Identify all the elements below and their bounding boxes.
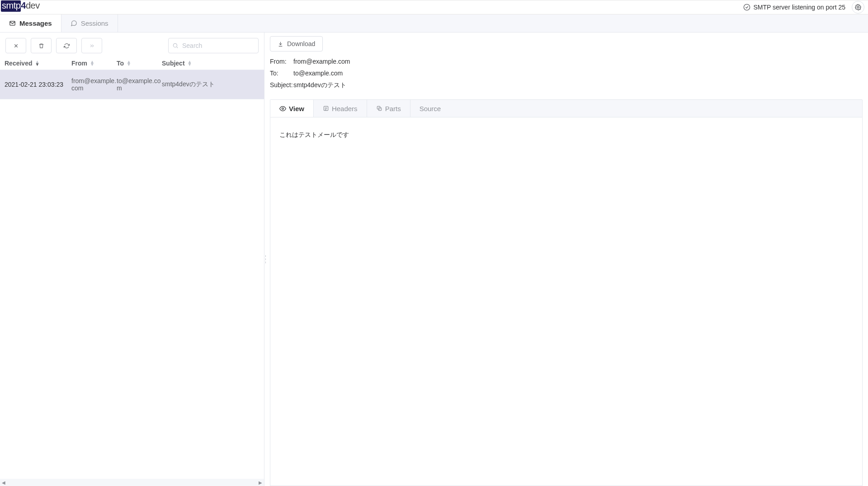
message-toolbar <box>0 33 264 57</box>
gear-icon <box>854 4 862 11</box>
top-bar: smtp4dev SMTP server listening on port 2… <box>0 0 868 14</box>
chat-icon <box>71 20 77 27</box>
relay-button[interactable] <box>81 38 102 53</box>
message-table-header: Received ▲▼ From ▲▼ To ▲▼ Subject ▲▼ <box>0 57 264 70</box>
download-label: Download <box>287 40 315 47</box>
col-header-from[interactable]: From ▲▼ <box>71 60 117 67</box>
sort-icon: ▲▼ <box>127 61 131 66</box>
logo-4: 4 <box>21 0 26 11</box>
chevron-double-right-icon <box>89 43 95 49</box>
tab-source-label: Source <box>420 105 441 112</box>
message-detail-pane: Download From: from@example.com To: to@e… <box>266 33 868 486</box>
meta-subject-label: Subject: <box>270 81 293 89</box>
tab-view[interactable]: View <box>270 100 314 117</box>
clear-button[interactable] <box>5 38 26 53</box>
tab-sessions[interactable]: Sessions <box>61 14 118 32</box>
cell-to: to@example.com <box>117 77 162 92</box>
logo-dev: dev <box>26 0 40 11</box>
close-icon <box>13 43 19 49</box>
message-list-pane: Received ▲▼ From ▲▼ To ▲▼ Subject ▲▼ 202… <box>0 33 264 486</box>
main-tabs: Messages Sessions <box>0 14 868 33</box>
svg-point-3 <box>173 43 177 47</box>
col-header-received[interactable]: Received ▲▼ <box>5 60 71 67</box>
message-table-body: 2021-02-21 23:03:23 from@example.com to@… <box>0 70 264 479</box>
cell-from: from@example.com <box>71 77 117 92</box>
message-body-text: これはテストメールです <box>279 131 853 139</box>
sort-icon: ▲▼ <box>188 61 192 66</box>
detail-tabs: View Headers Parts Source <box>270 99 863 117</box>
app-logo: smtp4dev <box>0 0 40 14</box>
horizontal-scrollbar[interactable]: ◀ ▶ <box>0 479 264 486</box>
eye-icon <box>279 105 286 112</box>
main-split: Received ▲▼ From ▲▼ To ▲▼ Subject ▲▼ 202… <box>0 33 868 486</box>
meta-subject-value: smtp4devのテスト <box>293 81 346 89</box>
meta-to-label: To: <box>270 70 293 77</box>
cell-received: 2021-02-21 23:03:23 <box>5 81 71 88</box>
search-icon <box>172 42 179 49</box>
tab-headers-label: Headers <box>332 105 358 112</box>
logo-smtp: smtp <box>1 0 21 12</box>
col-header-to[interactable]: To ▲▼ <box>117 60 162 67</box>
meta-to-value: to@example.com <box>293 70 343 77</box>
copy-icon <box>376 105 382 112</box>
sort-icon: ▲▼ <box>35 61 39 66</box>
trash-icon <box>38 43 44 49</box>
scroll-left-icon: ◀ <box>2 480 5 485</box>
tab-view-label: View <box>289 105 304 112</box>
refresh-icon <box>64 43 70 49</box>
search-wrapper <box>168 38 259 53</box>
refresh-button[interactable] <box>56 38 77 53</box>
message-body: これはテストメールです <box>270 117 863 486</box>
list-icon <box>323 105 329 112</box>
col-header-subject[interactable]: Subject ▲▼ <box>162 60 259 67</box>
tab-parts[interactable]: Parts <box>367 100 410 117</box>
meta-from-label: From: <box>270 58 293 65</box>
download-icon <box>278 41 283 47</box>
meta-from-value: from@example.com <box>293 58 350 65</box>
mail-icon <box>9 20 16 27</box>
download-button[interactable]: Download <box>270 36 323 51</box>
scroll-right-icon: ▶ <box>259 480 262 485</box>
message-meta: From: from@example.com To: to@example.co… <box>270 56 863 99</box>
cell-subject: smtp4devのテスト <box>162 80 259 89</box>
svg-point-4 <box>282 107 284 109</box>
settings-button[interactable] <box>852 1 864 14</box>
sort-icon: ▲▼ <box>90 61 94 66</box>
tab-source[interactable]: Source <box>410 100 450 117</box>
tab-parts-label: Parts <box>385 105 401 112</box>
search-input[interactable] <box>168 38 259 53</box>
table-row[interactable]: 2021-02-21 23:03:23 from@example.com to@… <box>0 70 264 99</box>
check-circle-icon <box>743 4 750 11</box>
server-status: SMTP server listening on port 25 <box>743 1 864 14</box>
tab-messages-label: Messages <box>19 19 52 27</box>
tab-sessions-label: Sessions <box>81 19 108 27</box>
svg-point-0 <box>744 4 750 10</box>
tab-headers[interactable]: Headers <box>314 100 367 117</box>
svg-point-1 <box>857 6 859 8</box>
tab-messages[interactable]: Messages <box>0 14 61 32</box>
delete-button[interactable] <box>31 38 52 53</box>
server-status-text: SMTP server listening on port 25 <box>753 4 845 11</box>
